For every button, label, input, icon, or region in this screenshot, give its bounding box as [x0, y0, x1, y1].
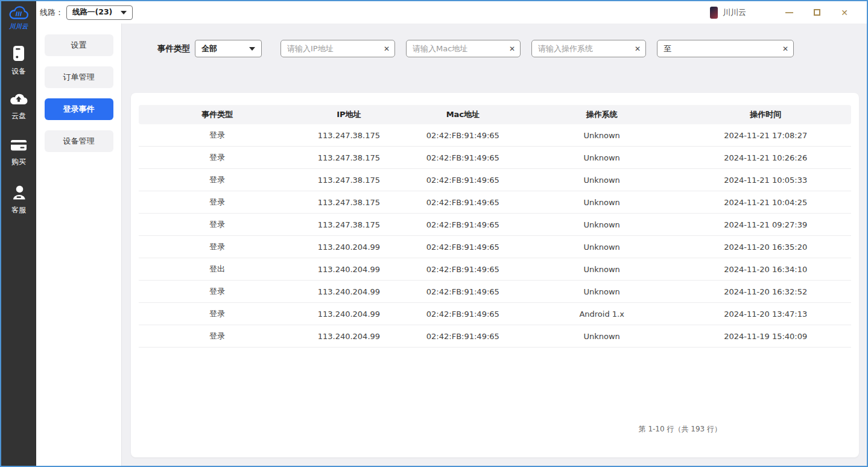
line-label: 线路：: [40, 7, 63, 18]
titlebar: 线路： 线路一(23) 川川云 ✕: [36, 1, 867, 24]
clear-icon[interactable]: ✕: [782, 44, 788, 52]
cell-os: Unknown: [524, 131, 680, 140]
submenu-item-settings[interactable]: 设置: [45, 34, 113, 56]
submenu-item-orders[interactable]: 订单管理: [45, 66, 113, 88]
window-title: 川川云: [723, 7, 746, 18]
event-type-label: 事件类型: [157, 43, 190, 54]
cell-os: Unknown: [524, 198, 680, 207]
clear-icon[interactable]: ✕: [509, 44, 515, 52]
cell-event-type: 登录: [139, 130, 296, 141]
table-row: 登录 113.240.204.99 02:42:FB:91:49:65 Unkn…: [139, 236, 851, 258]
app-logo: 川川云: [8, 5, 29, 31]
cell-ip: 113.240.204.99: [296, 310, 402, 319]
event-type-value: 全部: [201, 43, 217, 54]
cell-event-type: 登录: [139, 152, 296, 163]
chevron-down-icon: [249, 47, 255, 51]
cell-ip: 113.247.38.175: [296, 220, 402, 229]
main-panel: 事件类型 全部 ✕ ✕ ✕: [122, 24, 867, 466]
os-filter: ✕: [531, 40, 646, 57]
cell-ip: 113.240.204.99: [296, 265, 402, 274]
cell-time: 2024-11-20 16:32:52: [680, 287, 851, 296]
cell-ip: 113.240.204.99: [296, 332, 402, 341]
os-input[interactable]: [531, 40, 646, 57]
chevron-down-icon: [121, 11, 127, 14]
minimize-button[interactable]: [775, 5, 803, 21]
device-icon: [11, 45, 26, 64]
cell-ip: 113.247.38.175: [296, 176, 402, 185]
cell-ip: 113.240.204.99: [296, 243, 402, 252]
cell-os: Unknown: [524, 332, 680, 341]
table-header-row: 事件类型 IP地址 Mac地址 操作系统 操作时间: [139, 105, 851, 124]
line-select-value: 线路一(23): [72, 7, 112, 17]
date-range-input[interactable]: [657, 40, 794, 57]
event-type-select[interactable]: 全部: [195, 40, 262, 57]
minimize-icon: [785, 12, 793, 13]
table-row: 登录 113.240.204.99 02:42:FB:91:49:65 Unkn…: [139, 325, 851, 348]
events-table-card: 事件类型 IP地址 Mac地址 操作系统 操作时间 登录 113.247.38.…: [131, 93, 859, 457]
credit-card-icon: [10, 138, 27, 154]
cloud-logo-icon: [8, 5, 29, 23]
date-range-filter: ✕: [657, 40, 794, 57]
ip-input[interactable]: [280, 40, 395, 57]
rail-item-label: 设备: [11, 66, 26, 77]
cell-event-type: 登出: [139, 264, 296, 275]
cell-event-type: 登录: [139, 286, 296, 297]
cell-os: Unknown: [524, 176, 680, 185]
rail-nav: 设备 云盘 购买: [10, 45, 28, 215]
cell-time: 2024-11-21 10:04:25: [680, 198, 851, 207]
submenu-item-device-management[interactable]: 设备管理: [45, 130, 113, 152]
cell-time: 2024-11-20 16:34:10: [680, 265, 851, 274]
submenu-item-login-events[interactable]: 登录事件: [45, 98, 113, 120]
column-header-os: 操作系统: [524, 109, 680, 120]
table-row: 登录 113.247.38.175 02:42:FB:91:49:65 Unkn…: [139, 169, 851, 191]
titlebar-right: 川川云 ✕: [710, 5, 858, 21]
cell-time: 2024-11-20 16:35:20: [680, 243, 851, 252]
rail-item-devices[interactable]: 设备: [10, 45, 28, 75]
cell-mac: 02:42:FB:91:49:65: [402, 310, 524, 319]
rail-item-purchase[interactable]: 购买: [10, 138, 28, 168]
cell-ip: 113.240.204.99: [296, 287, 402, 296]
mac-filter: ✕: [406, 40, 521, 57]
rail-item-label: 客服: [11, 205, 26, 215]
cell-ip: 113.247.38.175: [296, 153, 402, 162]
cell-time: 2024-11-21 17:08:27: [680, 131, 851, 140]
line-select[interactable]: 线路一(23): [66, 5, 133, 20]
close-icon: ✕: [841, 8, 848, 17]
cell-os: Unknown: [524, 153, 680, 162]
cell-ip: 113.247.38.175: [296, 198, 402, 207]
filter-bar: 事件类型 全部 ✕ ✕ ✕: [157, 40, 867, 57]
cell-event-type: 登录: [139, 197, 296, 208]
close-button[interactable]: ✕: [831, 5, 858, 21]
cell-mac: 02:42:FB:91:49:65: [402, 153, 524, 162]
table-body: 登录 113.247.38.175 02:42:FB:91:49:65 Unkn…: [139, 124, 851, 348]
cell-mac: 02:42:FB:91:49:65: [402, 265, 524, 274]
column-header-ip: IP地址: [296, 109, 402, 120]
table-row: 登录 113.247.38.175 02:42:FB:91:49:65 Unkn…: [139, 124, 851, 147]
cell-event-type: 登录: [139, 219, 296, 230]
rail-item-cloud-disk[interactable]: 云盘: [10, 92, 28, 122]
pagination-status: 第 1-10 行（共 193 行）: [639, 424, 721, 434]
maximize-button[interactable]: [803, 5, 831, 21]
table-row: 登出 113.240.204.99 02:42:FB:91:49:65 Unkn…: [139, 258, 851, 281]
cell-os: Unknown: [524, 265, 680, 274]
cell-time: 2024-11-21 10:05:33: [680, 176, 851, 185]
cell-time: 2024-11-20 13:47:13: [680, 310, 851, 319]
cell-event-type: 登录: [139, 308, 296, 319]
clear-icon[interactable]: ✕: [384, 44, 390, 52]
cell-mac: 02:42:FB:91:49:65: [402, 176, 524, 185]
cell-time: 2024-11-19 15:40:09: [680, 332, 851, 341]
app-window: 川川云 设备 云: [1, 1, 867, 466]
cell-time: 2024-11-21 10:26:26: [680, 153, 851, 162]
cell-mac: 02:42:FB:91:49:65: [402, 220, 524, 229]
customer-service-icon: [11, 185, 27, 203]
clear-icon[interactable]: ✕: [635, 44, 641, 52]
table-row: 登录 113.240.204.99 02:42:FB:91:49:65 Andr…: [139, 303, 851, 325]
cell-event-type: 登录: [139, 241, 296, 252]
table-row: 登录 113.247.38.175 02:42:FB:91:49:65 Unkn…: [139, 214, 851, 236]
cell-os: Unknown: [524, 287, 680, 296]
cell-os: Unknown: [524, 220, 680, 229]
rail-item-support[interactable]: 客服: [10, 185, 28, 215]
cell-mac: 02:42:FB:91:49:65: [402, 131, 524, 140]
column-header-event-type: 事件类型: [139, 109, 296, 120]
mac-input[interactable]: [406, 40, 521, 57]
